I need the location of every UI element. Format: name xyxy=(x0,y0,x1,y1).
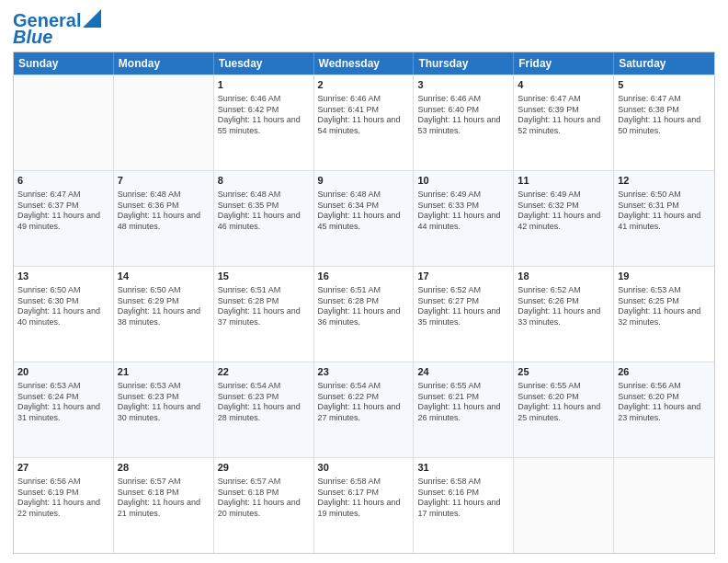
day-number: 2 xyxy=(318,78,410,92)
logo-blue: Blue xyxy=(13,28,52,46)
cal-cell: 23Sunrise: 6:54 AM Sunset: 6:22 PM Dayli… xyxy=(314,362,415,457)
day-info: Sunrise: 6:46 AM Sunset: 6:40 PM Dayligh… xyxy=(417,94,509,137)
cal-week-5: 27Sunrise: 6:56 AM Sunset: 6:19 PM Dayli… xyxy=(14,457,714,553)
day-info: Sunrise: 6:46 AM Sunset: 6:42 PM Dayligh… xyxy=(218,94,310,137)
day-number: 21 xyxy=(118,365,210,379)
day-number: 10 xyxy=(417,174,509,188)
day-number: 23 xyxy=(318,365,410,379)
cal-week-2: 6Sunrise: 6:47 AM Sunset: 6:37 PM Daylig… xyxy=(14,170,714,266)
day-info: Sunrise: 6:55 AM Sunset: 6:21 PM Dayligh… xyxy=(417,381,509,424)
day-info: Sunrise: 6:50 AM Sunset: 6:29 PM Dayligh… xyxy=(118,285,210,328)
cal-week-4: 20Sunrise: 6:53 AM Sunset: 6:24 PM Dayli… xyxy=(14,362,714,457)
svg-marker-0 xyxy=(83,9,101,28)
day-number: 24 xyxy=(417,365,509,379)
cal-cell: 5Sunrise: 6:47 AM Sunset: 6:38 PM Daylig… xyxy=(614,75,714,170)
cal-cell: 7Sunrise: 6:48 AM Sunset: 6:36 PM Daylig… xyxy=(114,171,214,266)
day-number: 3 xyxy=(417,78,509,92)
day-number: 12 xyxy=(618,174,711,188)
calendar-body: 1Sunrise: 6:46 AM Sunset: 6:42 PM Daylig… xyxy=(14,75,714,553)
day-info: Sunrise: 6:48 AM Sunset: 6:34 PM Dayligh… xyxy=(318,190,410,233)
cal-header-wednesday: Wednesday xyxy=(314,52,415,75)
cal-cell: 29Sunrise: 6:57 AM Sunset: 6:18 PM Dayli… xyxy=(214,458,314,553)
day-info: Sunrise: 6:58 AM Sunset: 6:17 PM Dayligh… xyxy=(318,477,410,520)
day-number: 1 xyxy=(218,78,310,92)
logo: General Blue xyxy=(13,9,101,46)
cal-cell: 21Sunrise: 6:53 AM Sunset: 6:23 PM Dayli… xyxy=(114,362,214,457)
day-number: 5 xyxy=(618,78,711,92)
cal-header-saturday: Saturday xyxy=(614,52,714,75)
cal-cell: 13Sunrise: 6:50 AM Sunset: 6:30 PM Dayli… xyxy=(14,267,114,362)
cal-cell: 17Sunrise: 6:52 AM Sunset: 6:27 PM Dayli… xyxy=(414,267,514,362)
cal-cell xyxy=(114,75,214,170)
day-info: Sunrise: 6:55 AM Sunset: 6:20 PM Dayligh… xyxy=(518,381,609,424)
day-number: 9 xyxy=(318,174,410,188)
day-info: Sunrise: 6:47 AM Sunset: 6:39 PM Dayligh… xyxy=(518,94,609,137)
cal-week-1: 1Sunrise: 6:46 AM Sunset: 6:42 PM Daylig… xyxy=(14,75,714,170)
day-number: 4 xyxy=(518,78,609,92)
day-number: 27 xyxy=(17,461,109,475)
day-info: Sunrise: 6:52 AM Sunset: 6:26 PM Dayligh… xyxy=(518,285,609,328)
calendar-header: SundayMondayTuesdayWednesdayThursdayFrid… xyxy=(14,52,714,75)
day-info: Sunrise: 6:48 AM Sunset: 6:36 PM Dayligh… xyxy=(118,190,210,233)
day-info: Sunrise: 6:54 AM Sunset: 6:22 PM Dayligh… xyxy=(318,381,410,424)
day-info: Sunrise: 6:48 AM Sunset: 6:35 PM Dayligh… xyxy=(218,190,310,233)
day-number: 30 xyxy=(318,461,410,475)
cal-cell: 14Sunrise: 6:50 AM Sunset: 6:29 PM Dayli… xyxy=(114,267,214,362)
cal-cell: 25Sunrise: 6:55 AM Sunset: 6:20 PM Dayli… xyxy=(514,362,614,457)
day-number: 26 xyxy=(618,365,711,379)
day-info: Sunrise: 6:49 AM Sunset: 6:33 PM Dayligh… xyxy=(417,190,509,233)
cal-cell: 16Sunrise: 6:51 AM Sunset: 6:28 PM Dayli… xyxy=(314,267,415,362)
day-number: 8 xyxy=(218,174,310,188)
day-info: Sunrise: 6:47 AM Sunset: 6:38 PM Dayligh… xyxy=(618,94,711,137)
cal-cell: 30Sunrise: 6:58 AM Sunset: 6:17 PM Dayli… xyxy=(314,458,415,553)
cal-cell xyxy=(514,458,614,553)
day-number: 7 xyxy=(118,174,210,188)
cal-cell: 19Sunrise: 6:53 AM Sunset: 6:25 PM Dayli… xyxy=(614,267,714,362)
day-number: 6 xyxy=(17,174,109,188)
cal-cell: 18Sunrise: 6:52 AM Sunset: 6:26 PM Dayli… xyxy=(514,267,614,362)
cal-cell: 3Sunrise: 6:46 AM Sunset: 6:40 PM Daylig… xyxy=(414,75,514,170)
cal-cell: 12Sunrise: 6:50 AM Sunset: 6:31 PM Dayli… xyxy=(614,171,714,266)
header: General Blue xyxy=(13,9,715,46)
day-number: 16 xyxy=(318,270,410,283)
cal-cell xyxy=(14,75,114,170)
page: General Blue SundayMondayTuesdayWednesda… xyxy=(0,0,728,563)
day-number: 17 xyxy=(417,270,509,283)
day-number: 15 xyxy=(218,270,310,283)
day-number: 11 xyxy=(518,174,609,188)
day-info: Sunrise: 6:57 AM Sunset: 6:18 PM Dayligh… xyxy=(218,477,310,520)
day-number: 28 xyxy=(118,461,210,475)
cal-cell: 6Sunrise: 6:47 AM Sunset: 6:37 PM Daylig… xyxy=(14,171,114,266)
day-info: Sunrise: 6:54 AM Sunset: 6:23 PM Dayligh… xyxy=(218,381,310,424)
cal-cell: 22Sunrise: 6:54 AM Sunset: 6:23 PM Dayli… xyxy=(214,362,314,457)
day-number: 25 xyxy=(518,365,609,379)
cal-cell: 9Sunrise: 6:48 AM Sunset: 6:34 PM Daylig… xyxy=(314,171,415,266)
cal-cell: 8Sunrise: 6:48 AM Sunset: 6:35 PM Daylig… xyxy=(214,171,314,266)
day-number: 13 xyxy=(17,270,109,283)
day-number: 29 xyxy=(218,461,310,475)
logo-icon xyxy=(83,9,101,28)
cal-cell: 28Sunrise: 6:57 AM Sunset: 6:18 PM Dayli… xyxy=(114,458,214,553)
cal-cell: 15Sunrise: 6:51 AM Sunset: 6:28 PM Dayli… xyxy=(214,267,314,362)
day-number: 19 xyxy=(618,270,711,283)
day-info: Sunrise: 6:53 AM Sunset: 6:23 PM Dayligh… xyxy=(118,381,210,424)
day-info: Sunrise: 6:46 AM Sunset: 6:41 PM Dayligh… xyxy=(318,94,410,137)
cal-cell: 31Sunrise: 6:58 AM Sunset: 6:16 PM Dayli… xyxy=(414,458,514,553)
day-info: Sunrise: 6:57 AM Sunset: 6:18 PM Dayligh… xyxy=(118,477,210,520)
cal-header-sunday: Sunday xyxy=(14,52,114,75)
cal-cell: 27Sunrise: 6:56 AM Sunset: 6:19 PM Dayli… xyxy=(14,458,114,553)
cal-cell: 26Sunrise: 6:56 AM Sunset: 6:20 PM Dayli… xyxy=(614,362,714,457)
cal-cell: 20Sunrise: 6:53 AM Sunset: 6:24 PM Dayli… xyxy=(14,362,114,457)
day-number: 22 xyxy=(218,365,310,379)
cal-header-thursday: Thursday xyxy=(414,52,514,75)
day-number: 31 xyxy=(417,461,509,475)
cal-cell: 2Sunrise: 6:46 AM Sunset: 6:41 PM Daylig… xyxy=(314,75,415,170)
cal-week-3: 13Sunrise: 6:50 AM Sunset: 6:30 PM Dayli… xyxy=(14,266,714,362)
cal-cell xyxy=(614,458,714,553)
day-info: Sunrise: 6:53 AM Sunset: 6:25 PM Dayligh… xyxy=(618,285,711,328)
cal-header-tuesday: Tuesday xyxy=(214,52,314,75)
cal-header-friday: Friday xyxy=(514,52,614,75)
cal-cell: 10Sunrise: 6:49 AM Sunset: 6:33 PM Dayli… xyxy=(414,171,514,266)
day-info: Sunrise: 6:51 AM Sunset: 6:28 PM Dayligh… xyxy=(318,285,410,328)
cal-header-monday: Monday xyxy=(114,52,214,75)
